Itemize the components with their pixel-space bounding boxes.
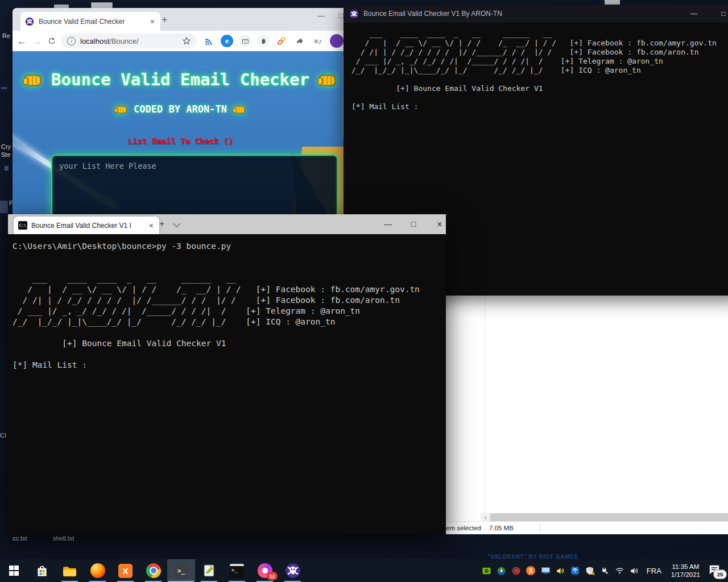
- audio-manager-tray-icon[interactable]: [556, 566, 565, 576]
- desktop: Re Cry Ste P CI cc.txt shell.txt "VALORA…: [0, 0, 728, 582]
- folder-icon: [62, 563, 77, 579]
- terminal-minimize-button[interactable]: —: [379, 219, 396, 228]
- console-title: Bounce Email Valid Checker V1 By ARON-TN: [363, 10, 677, 18]
- console-minimize-button[interactable]: —: [681, 10, 706, 18]
- reload-icon[interactable]: [48, 36, 56, 46]
- desktop-icon-label[interactable]: Ste: [1, 151, 11, 158]
- taskbar-item-explorer[interactable]: [56, 559, 84, 582]
- taskbar-item-firefox[interactable]: [84, 559, 111, 582]
- terminal-new-tab-button[interactable]: +: [159, 219, 164, 229]
- desktop-icon-label-recycle[interactable]: Re: [2, 32, 10, 39]
- tab-close-icon[interactable]: ×: [149, 18, 156, 26]
- idm-tray-icon[interactable]: [497, 566, 506, 576]
- browser-tab[interactable]: Bounce Valid Email Checker ×: [20, 12, 160, 31]
- fist-emoji-icon: [114, 102, 128, 116]
- windows-logo-icon: [9, 566, 19, 576]
- fist-emoji-icon: [317, 69, 338, 90]
- system-tray: X FRA 11:35 AM 1/17/2021 25: [482, 559, 728, 582]
- chrome-minimize-button[interactable]: —: [317, 11, 325, 20]
- hand-extension-icon[interactable]: [257, 35, 270, 47]
- scroll-left-arrow-icon[interactable]: ‹: [481, 513, 490, 522]
- cmd-prompt-icon: >_: [230, 564, 244, 578]
- terminal-icon: >_: [174, 564, 188, 578]
- display-tray-icon[interactable]: [541, 566, 551, 576]
- security-shield-warning-icon[interactable]: [585, 566, 595, 576]
- site-info-icon[interactable]: i: [67, 37, 76, 45]
- desktop-icon-label[interactable]: CI: [0, 432, 6, 439]
- language-indicator[interactable]: FRA: [647, 567, 661, 575]
- chrome-toolbar: ← → i localhost/Bounce/ e ≡♪: [13, 31, 348, 51]
- firefox-icon: [90, 563, 105, 578]
- taskbar-item-cmd[interactable]: >_: [223, 559, 251, 582]
- new-tab-button[interactable]: +: [162, 15, 168, 25]
- cast-extension-icon[interactable]: [202, 35, 215, 47]
- terminal-output[interactable]: C:\Users\Amir\Desktop\bounce>py -3 bounc…: [8, 234, 446, 377]
- console-output[interactable]: ___ ____ ____ _ __ ______ __ / | / __ \/…: [344, 23, 728, 118]
- list-email-label: List Email To Check (): [13, 136, 348, 146]
- status-size-text: 7.05 MB: [489, 525, 514, 531]
- explorer-window: ‹ em selected 7.05 MB: [446, 296, 728, 534]
- blue-extension-icon[interactable]: e: [221, 35, 233, 47]
- tray-date: 1/17/2021: [671, 571, 700, 579]
- desktop-icon-label-shell-txt[interactable]: shell.txt: [53, 535, 74, 542]
- terminal-tab-close-icon[interactable]: ×: [148, 222, 155, 230]
- desktop-icon-label-cc-txt[interactable]: cc.txt: [13, 535, 27, 542]
- tray-time: 11:35 AM: [671, 563, 700, 571]
- nvidia-tray-icon[interactable]: [482, 566, 491, 576]
- chrome-maximize-button[interactable]: □: [339, 11, 344, 20]
- desktop-icon-label[interactable]: Cry: [1, 143, 11, 150]
- messenger-badge: 12: [267, 572, 278, 580]
- ccleaner-tray-icon[interactable]: [511, 566, 521, 576]
- terminal-title-bar[interactable]: C:\ Bounce Email Valid Checker V1 I × + …: [8, 214, 446, 234]
- xampp-icon: X: [118, 564, 133, 578]
- console-title-bar[interactable]: Bounce Email Valid Checker V1 By ARON-TN…: [344, 5, 728, 23]
- wallpaper-fragment: [5, 166, 9, 171]
- taskbar-item-xampp[interactable]: X: [111, 559, 139, 582]
- wifi-icon[interactable]: [615, 566, 624, 576]
- page-title-row: Bounce Valid Email Checker: [13, 69, 348, 90]
- scrollbar-thumb[interactable]: [490, 513, 728, 522]
- status-separator: [540, 524, 540, 532]
- bookmark-star-icon[interactable]: [182, 36, 191, 45]
- taskbar-item-messenger[interactable]: 12: [251, 559, 279, 582]
- terminal-maximize-button[interactable]: □: [405, 219, 422, 228]
- terminal-close-button[interactable]: ×: [431, 219, 448, 230]
- tab-title: Bounce Valid Email Checker: [39, 18, 144, 26]
- taskbar-item-bounce-checker[interactable]: [279, 559, 307, 582]
- forward-icon[interactable]: →: [32, 36, 42, 46]
- start-button[interactable]: [0, 559, 28, 582]
- profile-avatar[interactable]: [330, 34, 344, 48]
- power-plug-icon[interactable]: [600, 566, 610, 576]
- taskbar-item-terminal[interactable]: >_: [167, 559, 195, 582]
- taskbar-item-notepadpp[interactable]: [195, 559, 223, 582]
- terminal-window: C:\ Bounce Email Valid Checker V1 I × + …: [8, 214, 446, 534]
- clock[interactable]: 11:35 AM 1/17/2021: [671, 563, 700, 579]
- skull-app-icon: [285, 563, 301, 579]
- cmd-icon: C:\: [18, 221, 27, 230]
- console-maximize-button[interactable]: □: [711, 10, 728, 18]
- explorer-pane-separator: [485, 296, 485, 513]
- wallpaper-fragment: [0, 201, 8, 213]
- page-subtitle: CODED BY ARON-TN: [134, 103, 227, 115]
- network-app-tray-icon[interactable]: [570, 566, 580, 576]
- terminal-tab-title: Bounce Email Valid Checker V1 I: [31, 222, 144, 230]
- url-text[interactable]: localhost/Bounce/: [80, 37, 139, 45]
- taskbar-item-chrome[interactable]: [139, 559, 167, 582]
- back-icon[interactable]: ←: [17, 36, 27, 46]
- wallpaper-fragment: [1, 87, 7, 89]
- extensions-puzzle-icon[interactable]: [293, 35, 306, 47]
- chevron-down-icon[interactable]: [173, 220, 180, 227]
- action-center-button[interactable]: 25: [708, 563, 725, 578]
- fist-emoji-icon: [23, 69, 43, 90]
- taskbar-item-store[interactable]: [28, 559, 56, 582]
- store-icon: [35, 563, 49, 578]
- link-extension-icon[interactable]: [275, 35, 288, 47]
- xampp-tray-icon[interactable]: X: [526, 566, 536, 576]
- volume-icon[interactable]: [630, 566, 639, 576]
- address-bar[interactable]: i localhost/Bounce/: [61, 34, 197, 48]
- background-window-fragment: [605, 0, 620, 5]
- horizontal-scrollbar[interactable]: ‹: [481, 513, 728, 522]
- mail-extension-icon[interactable]: [239, 35, 251, 47]
- list-extension-icon[interactable]: ≡♪: [312, 35, 324, 47]
- terminal-tab[interactable]: C:\ Bounce Email Valid Checker V1 I ×: [14, 217, 159, 234]
